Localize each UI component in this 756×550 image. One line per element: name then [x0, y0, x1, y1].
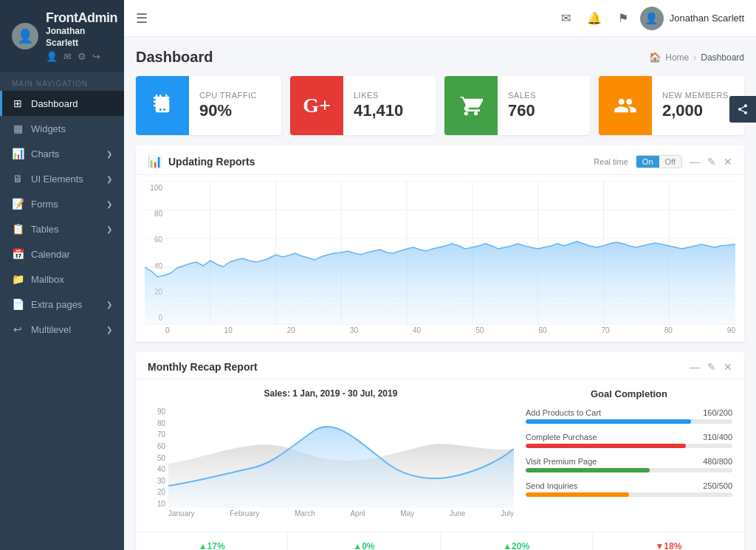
multilevel-icon: ↩: [12, 323, 24, 335]
stat-cards: CPU TRAFFIC 90% G+ LIKES 41,410 SALES 76…: [136, 76, 744, 135]
chevron-right-icon: ❯: [106, 175, 112, 183]
monthly-recap-title: Monthly Recap Report: [148, 361, 258, 373]
realtime-toggle[interactable]: On Off: [636, 155, 682, 168]
goal-value-3: 250/500: [703, 481, 732, 490]
sidebar-item-label: Extra pages: [31, 299, 82, 310]
user-profile-icon[interactable]: 👤: [46, 51, 58, 62]
share-button[interactable]: [729, 96, 756, 123]
sidebar-section-label: MAIN NAVIGATION: [0, 72, 124, 91]
topnav-user[interactable]: 👤 Jonathan Scarlett: [640, 7, 744, 30]
toggle-off-button[interactable]: Off: [659, 156, 681, 168]
members-icon-box: [599, 76, 652, 135]
likes-icon-box: G+: [290, 76, 343, 135]
bell-icon[interactable]: 🔔: [587, 11, 602, 25]
sidebar-item-charts[interactable]: 📊 Charts ❯: [0, 141, 124, 166]
close-icon[interactable]: ✕: [724, 361, 732, 373]
chevron-right-icon: ❯: [106, 150, 112, 158]
mailbox-icon: 📁: [12, 273, 24, 285]
realtime-label: Real time: [594, 157, 628, 166]
completions-pct: ▼18%: [599, 541, 738, 550]
edit-icon[interactable]: ✎: [707, 156, 716, 168]
sales-icon-box: [444, 76, 498, 135]
updating-reports-card: 📊 Updating Reports Real time On Off — ✎ …: [136, 145, 744, 342]
goal-item-3: Send Inquiries 250/500: [526, 481, 732, 497]
monthly-recap-header: Monthly Recap Report — ✎ ✕: [136, 352, 744, 379]
close-icon[interactable]: ✕: [724, 156, 732, 168]
stat-card-cpu: CPU TRAFFIC 90%: [136, 76, 281, 135]
flag-icon[interactable]: ⚑: [618, 11, 628, 25]
breadcrumb-home: Home: [665, 52, 689, 63]
goal-bar-3: [526, 492, 629, 497]
minimize-icon[interactable]: —: [690, 156, 700, 168]
sales-stat-content: SALES 760: [498, 83, 546, 128]
cpu-icon-box: [136, 76, 189, 135]
sidebar-username: Jonathan Scarlett: [46, 26, 117, 49]
stat-card-likes: G+ LIKES 41,410: [290, 76, 436, 135]
stats-row: ▲17% $35,210.43 TOTAL REVENUE ▲0% $10,39…: [136, 532, 744, 550]
page-header: Dashboard 🏠 Home › Dashboard: [136, 49, 744, 66]
home-icon: 🏠: [649, 52, 661, 63]
tables-icon: 📋: [12, 223, 24, 235]
sidebar-item-extra-pages[interactable]: 📄 Extra pages ❯: [0, 292, 124, 317]
toggle-on-button[interactable]: On: [636, 156, 659, 168]
chevron-right-icon: ❯: [106, 300, 112, 309]
sidebar-item-dashboard[interactable]: ⊞ Dashboard: [0, 91, 124, 116]
breadcrumb-current: Dashboard: [701, 52, 744, 63]
stats-cell-profit: ▲20% $24,813.53 TOTAL PROFIT: [441, 532, 593, 550]
google-plus-icon: G+: [303, 94, 331, 117]
goal-bar-1: [526, 444, 686, 448]
sidebar-item-label: Dashboard: [31, 98, 78, 109]
card-controls: Real time On Off — ✎ ✕: [594, 155, 732, 168]
sidebar-item-widgets[interactable]: ▦ Widgets: [0, 116, 124, 141]
sidebar-item-ui-elements[interactable]: 🖥 UI Elements ❯: [0, 166, 124, 191]
sidebar-item-tables[interactable]: 📋 Tables ❯: [0, 216, 124, 241]
cpu-value: 90%: [199, 101, 257, 120]
stats-cell-cost: ▲0% $10,390.90 TOTAL COST: [288, 532, 440, 550]
sidebar-item-forms[interactable]: 📝 Forms ❯: [0, 191, 124, 216]
x-axis-labels: 0102030405060708090: [145, 325, 735, 334]
sidebar-item-label: Tables: [31, 224, 59, 235]
calendar-icon: 📅: [12, 248, 24, 260]
edit-icon[interactable]: ✎: [707, 361, 716, 373]
cpu-stat-content: CPU TRAFFIC 90%: [189, 83, 267, 128]
user-mail-icon[interactable]: ✉: [63, 51, 72, 62]
stats-cell-completions: ▼18% 1200 GOAL COMPLETIONS: [593, 532, 744, 550]
chevron-right-icon: ❯: [106, 200, 112, 208]
charts-icon: 📊: [12, 148, 24, 159]
monthly-card-controls: — ✎ ✕: [690, 361, 732, 373]
likes-label: LIKES: [354, 91, 403, 100]
breadcrumb: 🏠 Home › Dashboard: [649, 52, 744, 63]
sidebar-item-multilevel[interactable]: ↩ Multilevel ❯: [0, 317, 124, 342]
user-logout-icon[interactable]: ↪: [92, 51, 100, 62]
cost-pct: ▲0%: [294, 541, 433, 550]
topnav-avatar: 👤: [640, 7, 664, 30]
widgets-icon: ▦: [12, 123, 24, 134]
goal-value-0: 160/200: [703, 408, 732, 417]
bar-chart-icon: 📊: [148, 154, 162, 168]
user-settings-icon[interactable]: ⚙: [78, 51, 86, 62]
sidebar-brand-title: FrontAdmin: [46, 10, 117, 26]
minimize-icon[interactable]: —: [690, 361, 700, 373]
goal-completion-side: Goal Completion Add Products to Cart 160…: [526, 388, 732, 523]
members-stat-content: NEW MEMBERS 2,000: [652, 83, 739, 128]
goal-value-1: 310/400: [703, 433, 732, 441]
sidebar-item-mailbox[interactable]: 📁 Mailbox: [0, 267, 124, 292]
goal-value-2: 480/800: [703, 457, 732, 466]
sidebar-item-label: UI Elements: [31, 173, 83, 185]
goal-item-1: Complete Purchase 310/400: [526, 433, 732, 448]
monthly-chart-subtitle: Sales: 1 Jan, 2019 - 30 Jul, 2019: [148, 388, 514, 399]
sales-value: 760: [508, 101, 536, 120]
stat-card-sales: SALES 760: [444, 76, 590, 135]
monthly-recap-body: Sales: 1 Jan, 2019 - 30 Jul, 2019 908070…: [136, 379, 744, 532]
sidebar: 👤 FrontAdmin Jonathan Scarlett 👤 ✉ ⚙ ↪ M…: [0, 0, 124, 550]
goal-label-0: Add Products to Cart: [526, 408, 601, 417]
topnav-username: Jonathan Scarlett: [670, 13, 744, 24]
mail-icon[interactable]: ✉: [561, 11, 571, 25]
goal-bar-0: [526, 419, 691, 424]
hamburger-menu-icon[interactable]: ☰: [136, 10, 148, 27]
updating-chart-wrapper: 100806040200: [145, 181, 735, 334]
goal-label-2: Visit Premium Page: [526, 457, 597, 466]
dashboard-icon: ⊞: [12, 97, 24, 109]
sidebar-item-label: Widgets: [31, 123, 66, 134]
sidebar-item-calendar[interactable]: 📅 Calendar: [0, 241, 124, 267]
